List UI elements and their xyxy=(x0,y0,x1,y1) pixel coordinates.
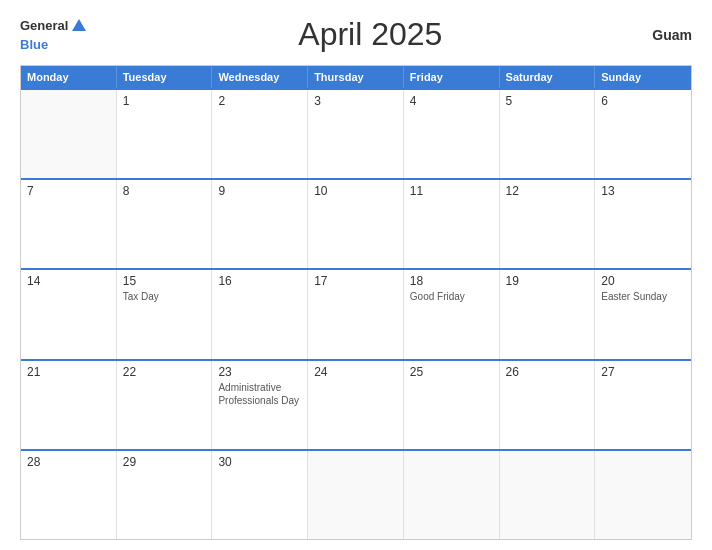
day-number: 25 xyxy=(410,365,493,379)
day-number: 7 xyxy=(27,184,110,198)
calendar-cell xyxy=(21,90,117,178)
calendar-cell: 6 xyxy=(595,90,691,178)
calendar: MondayTuesdayWednesdayThursdayFridaySatu… xyxy=(20,65,692,540)
calendar-cell: 30 xyxy=(212,451,308,539)
day-number: 23 xyxy=(218,365,301,379)
calendar-cell: 21 xyxy=(21,361,117,449)
day-number: 1 xyxy=(123,94,206,108)
calendar-cell: 24 xyxy=(308,361,404,449)
calendar-cell: 9 xyxy=(212,180,308,268)
calendar-cell: 13 xyxy=(595,180,691,268)
calendar-cell: 27 xyxy=(595,361,691,449)
day-number: 27 xyxy=(601,365,685,379)
weekday-header-sunday: Sunday xyxy=(595,66,691,88)
weekday-header-friday: Friday xyxy=(404,66,500,88)
calendar-cell: 23Administrative Professionals Day xyxy=(212,361,308,449)
day-number: 26 xyxy=(506,365,589,379)
calendar-cell: 18Good Friday xyxy=(404,270,500,358)
day-number: 6 xyxy=(601,94,685,108)
calendar-cell: 20Easter Sunday xyxy=(595,270,691,358)
calendar-row-2: 78910111213 xyxy=(21,178,691,268)
calendar-header: MondayTuesdayWednesdayThursdayFridaySatu… xyxy=(21,66,691,88)
calendar-event: Good Friday xyxy=(410,290,493,303)
calendar-cell: 2 xyxy=(212,90,308,178)
calendar-cell: 12 xyxy=(500,180,596,268)
day-number: 19 xyxy=(506,274,589,288)
day-number: 24 xyxy=(314,365,397,379)
calendar-row-5: 282930 xyxy=(21,449,691,539)
calendar-event: Easter Sunday xyxy=(601,290,685,303)
calendar-cell: 19 xyxy=(500,270,596,358)
day-number: 21 xyxy=(27,365,110,379)
svg-marker-0 xyxy=(72,19,86,31)
day-number: 3 xyxy=(314,94,397,108)
day-number: 4 xyxy=(410,94,493,108)
calendar-cell: 17 xyxy=(308,270,404,358)
day-number: 2 xyxy=(218,94,301,108)
calendar-cell: 15Tax Day xyxy=(117,270,213,358)
day-number: 15 xyxy=(123,274,206,288)
day-number: 18 xyxy=(410,274,493,288)
calendar-cell xyxy=(308,451,404,539)
calendar-cell: 1 xyxy=(117,90,213,178)
calendar-cell: 10 xyxy=(308,180,404,268)
calendar-cell: 26 xyxy=(500,361,596,449)
day-number: 28 xyxy=(27,455,110,469)
calendar-cell: 22 xyxy=(117,361,213,449)
weekday-header-tuesday: Tuesday xyxy=(117,66,213,88)
weekday-header-wednesday: Wednesday xyxy=(212,66,308,88)
day-number: 29 xyxy=(123,455,206,469)
calendar-cell: 25 xyxy=(404,361,500,449)
calendar-event: Tax Day xyxy=(123,290,206,303)
calendar-cell: 4 xyxy=(404,90,500,178)
region-label: Guam xyxy=(652,27,692,43)
weekday-header-monday: Monday xyxy=(21,66,117,88)
calendar-cell: 16 xyxy=(212,270,308,358)
day-number: 20 xyxy=(601,274,685,288)
logo: General Blue xyxy=(20,17,88,53)
day-number: 10 xyxy=(314,184,397,198)
day-number: 30 xyxy=(218,455,301,469)
weekday-header-saturday: Saturday xyxy=(500,66,596,88)
day-number: 13 xyxy=(601,184,685,198)
calendar-cell: 5 xyxy=(500,90,596,178)
calendar-cell: 11 xyxy=(404,180,500,268)
day-number: 17 xyxy=(314,274,397,288)
calendar-cell xyxy=(404,451,500,539)
day-number: 12 xyxy=(506,184,589,198)
logo-blue-text: Blue xyxy=(20,37,48,52)
calendar-body: 123456789101112131415Tax Day161718Good F… xyxy=(21,88,691,539)
day-number: 5 xyxy=(506,94,589,108)
calendar-cell: 29 xyxy=(117,451,213,539)
calendar-cell: 7 xyxy=(21,180,117,268)
calendar-event: Administrative Professionals Day xyxy=(218,381,301,407)
calendar-row-4: 212223Administrative Professionals Day24… xyxy=(21,359,691,449)
day-number: 16 xyxy=(218,274,301,288)
calendar-cell: 28 xyxy=(21,451,117,539)
header: General Blue April 2025 Guam xyxy=(20,16,692,53)
logo-icon xyxy=(70,17,88,35)
calendar-cell: 3 xyxy=(308,90,404,178)
day-number: 14 xyxy=(27,274,110,288)
day-number: 8 xyxy=(123,184,206,198)
calendar-cell xyxy=(595,451,691,539)
calendar-row-1: 123456 xyxy=(21,88,691,178)
calendar-cell: 8 xyxy=(117,180,213,268)
page: General Blue April 2025 Guam MondayTuesd… xyxy=(0,0,712,550)
day-number: 11 xyxy=(410,184,493,198)
logo-general-text: General xyxy=(20,19,68,32)
day-number: 22 xyxy=(123,365,206,379)
calendar-title: April 2025 xyxy=(88,16,652,53)
calendar-cell xyxy=(500,451,596,539)
calendar-row-3: 1415Tax Day161718Good Friday1920Easter S… xyxy=(21,268,691,358)
calendar-cell: 14 xyxy=(21,270,117,358)
day-number: 9 xyxy=(218,184,301,198)
weekday-header-thursday: Thursday xyxy=(308,66,404,88)
